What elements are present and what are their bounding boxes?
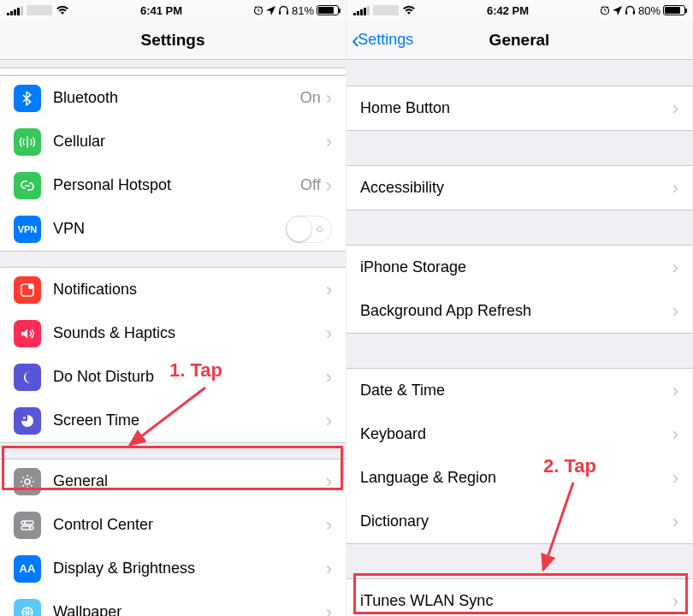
chevron-right-icon: › <box>672 511 678 533</box>
screentime-icon <box>14 407 41 435</box>
chevron-right-icon: › <box>326 410 332 432</box>
chevron-right-icon: › <box>672 177 678 199</box>
svg-rect-15 <box>625 11 627 15</box>
svg-rect-1 <box>279 11 281 15</box>
phone-left: 6:41 PM 81% Settings Bluetooth On › <box>0 0 346 616</box>
row-label: Control Center <box>53 516 326 534</box>
wifi-icon <box>56 5 69 15</box>
chevron-right-icon: › <box>672 380 678 402</box>
row-label: iPhone Storage <box>360 258 672 276</box>
row-home-button[interactable]: Home Button › <box>346 86 692 130</box>
row-dictionary[interactable]: Dictionary › <box>346 500 692 543</box>
chevron-right-icon: › <box>672 590 678 613</box>
carrier-blur <box>27 5 52 15</box>
chevron-right-icon: › <box>672 257 678 279</box>
hotspot-icon <box>14 172 41 199</box>
chevron-right-icon: › <box>326 323 332 345</box>
chevron-right-icon: › <box>326 131 332 153</box>
row-cellular[interactable]: Cellular › <box>0 120 346 163</box>
row-iphone-storage[interactable]: iPhone Storage › <box>346 246 692 289</box>
back-label: Settings <box>358 31 413 49</box>
signal-icon <box>7 6 23 15</box>
location-icon <box>613 6 622 15</box>
row-label: Home Button <box>360 99 672 117</box>
row-label: Background App Refresh <box>360 302 672 320</box>
row-itunes-sync[interactable]: iTunes WLAN Sync › <box>346 579 692 616</box>
chevron-right-icon: › <box>672 424 678 446</box>
row-date-time[interactable]: Date & Time › <box>346 369 692 412</box>
general-icon <box>14 468 41 495</box>
row-label: Keyboard <box>360 425 672 443</box>
row-label: Display & Brightness <box>53 560 326 578</box>
chevron-right-icon: › <box>326 558 332 580</box>
general-list[interactable]: Home Button › Accessibility › iPhone Sto… <box>346 60 692 616</box>
row-accessibility[interactable]: Accessibility › <box>346 166 692 210</box>
row-notifications[interactable]: Notifications › <box>0 268 346 311</box>
svg-point-12 <box>26 611 29 614</box>
row-keyboard[interactable]: Keyboard › <box>346 412 692 456</box>
wallpaper-icon <box>14 599 41 617</box>
chevron-right-icon: › <box>326 514 332 536</box>
carrier-blur <box>373 5 399 15</box>
row-bg-refresh[interactable]: Background App Refresh › <box>346 289 692 333</box>
row-label: Notifications <box>53 281 326 299</box>
back-button[interactable]: ‹ Settings <box>352 21 413 59</box>
row-sounds[interactable]: Sounds & Haptics › <box>0 311 346 355</box>
alarm-icon <box>600 5 610 15</box>
row-dnd[interactable]: Do Not Disturb › <box>0 355 346 399</box>
chevron-right-icon: › <box>326 471 332 493</box>
chevron-right-icon: › <box>672 300 678 323</box>
alarm-icon <box>253 5 264 15</box>
row-wallpaper[interactable]: Wallpaper › <box>0 590 346 616</box>
row-control-center[interactable]: Control Center › <box>0 503 346 547</box>
svg-point-4 <box>28 284 33 289</box>
svg-point-6 <box>25 479 30 484</box>
row-label: Do Not Disturb <box>53 368 326 386</box>
row-label: Screen Time <box>53 412 326 429</box>
bluetooth-icon <box>14 85 41 112</box>
battery-icon <box>317 5 339 15</box>
headphones-icon <box>625 5 636 15</box>
cellular-icon <box>14 128 41 156</box>
svg-point-8 <box>24 521 27 524</box>
row-language-region[interactable]: Language & Region › <box>346 456 692 500</box>
headphones-icon <box>278 5 289 15</box>
row-general[interactable]: General › <box>0 459 346 503</box>
page-title: Settings <box>141 31 205 50</box>
row-label: General <box>53 472 326 490</box>
chevron-right-icon: › <box>672 467 678 489</box>
row-label: Bluetooth <box>53 89 300 107</box>
row-value: Off <box>300 176 321 194</box>
row-label: Cellular <box>53 133 326 151</box>
row-vpn[interactable]: VPN VPN <box>0 207 346 251</box>
row-label: Personal Hotspot <box>53 176 300 194</box>
location-icon <box>266 6 275 15</box>
svg-rect-16 <box>633 11 635 15</box>
row-screentime[interactable]: Screen Time › <box>0 399 346 442</box>
row-value: On <box>300 89 321 107</box>
svg-rect-7 <box>21 521 33 524</box>
chevron-right-icon: › <box>326 279 332 301</box>
nav-bar: Settings <box>0 21 346 60</box>
control-center-icon <box>14 512 41 539</box>
row-label: Sounds & Haptics <box>53 324 326 342</box>
row-label: Wallpaper <box>53 603 326 616</box>
wifi-icon <box>402 5 416 15</box>
signal-icon <box>353 6 370 15</box>
vpn-toggle[interactable] <box>286 216 332 243</box>
status-bar: 6:42 PM 80% <box>346 0 692 21</box>
row-hotspot[interactable]: Personal Hotspot Off › <box>0 163 346 207</box>
battery-percent: 80% <box>638 4 660 17</box>
chevron-right-icon: › <box>326 175 332 197</box>
row-display[interactable]: AA Display & Brightness › <box>0 547 346 590</box>
chevron-right-icon: › <box>672 98 678 120</box>
settings-list[interactable]: Bluetooth On › Cellular › Personal Hotsp… <box>0 60 346 616</box>
battery-icon <box>663 5 685 15</box>
svg-rect-2 <box>287 11 288 15</box>
row-label: Language & Region <box>360 469 672 487</box>
notifications-icon <box>14 276 41 304</box>
page-title: General <box>489 31 550 50</box>
battery-percent: 81% <box>292 4 314 17</box>
row-bluetooth[interactable]: Bluetooth On › <box>0 76 346 120</box>
chevron-right-icon: › <box>326 601 332 617</box>
